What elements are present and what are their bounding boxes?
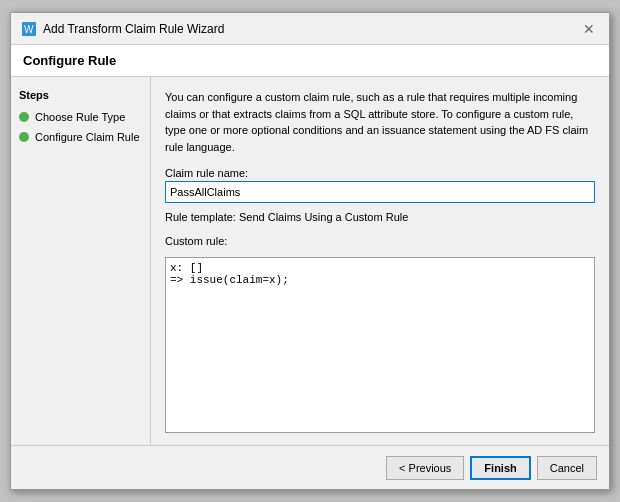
- dialog-body: Configure Rule Steps Choose Rule Type Co…: [11, 45, 609, 445]
- footer: < Previous Finish Cancel: [11, 445, 609, 489]
- step-dot-2: [19, 132, 29, 142]
- title-bar-left: W Add Transform Claim Rule Wizard: [21, 21, 224, 37]
- close-button[interactable]: ✕: [579, 19, 599, 39]
- cancel-button[interactable]: Cancel: [537, 456, 597, 480]
- custom-rule-label: Custom rule:: [165, 235, 595, 247]
- step-dot-1: [19, 112, 29, 122]
- steps-title: Steps: [19, 89, 142, 101]
- section-header: Configure Rule: [11, 45, 609, 77]
- finish-button[interactable]: Finish: [470, 456, 530, 480]
- content-area: Steps Choose Rule Type Configure Claim R…: [11, 77, 609, 445]
- step-label-1: Choose Rule Type: [35, 111, 125, 123]
- step-item-2: Configure Claim Rule: [19, 131, 142, 143]
- steps-panel: Steps Choose Rule Type Configure Claim R…: [11, 77, 151, 445]
- title-bar: W Add Transform Claim Rule Wizard ✕: [11, 13, 609, 45]
- claim-rule-name-input[interactable]: [165, 181, 595, 203]
- rule-template-text: Rule template: Send Claims Using a Custo…: [165, 211, 595, 223]
- dialog-title: Add Transform Claim Rule Wizard: [43, 22, 224, 36]
- claim-rule-name-label: Claim rule name:: [165, 167, 595, 179]
- step-label-2: Configure Claim Rule: [35, 131, 140, 143]
- section-title: Configure Rule: [23, 53, 597, 68]
- svg-text:W: W: [24, 24, 34, 35]
- main-panel: You can configure a custom claim rule, s…: [151, 77, 609, 445]
- wizard-icon: W: [21, 21, 37, 37]
- close-icon: ✕: [583, 21, 595, 37]
- dialog-window: W Add Transform Claim Rule Wizard ✕ Conf…: [10, 12, 610, 490]
- description-text: You can configure a custom claim rule, s…: [165, 89, 595, 155]
- previous-button[interactable]: < Previous: [386, 456, 464, 480]
- custom-rule-textarea[interactable]: [165, 257, 595, 433]
- claim-rule-name-field: Claim rule name:: [165, 167, 595, 203]
- step-item-1: Choose Rule Type: [19, 111, 142, 123]
